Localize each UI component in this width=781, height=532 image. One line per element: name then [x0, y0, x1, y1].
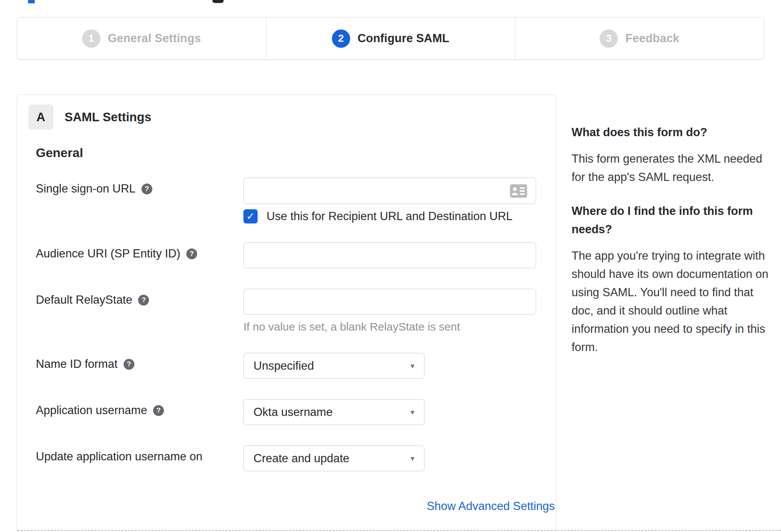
recipient-url-checkbox[interactable]: ✓	[243, 209, 258, 223]
audience-uri-label-text: Audience URI (SP Entity ID)	[36, 247, 180, 260]
saml-settings-panel: A SAML Settings General Single sign-on U…	[17, 94, 556, 532]
help-sidebar: What does this form do? This form genera…	[572, 123, 781, 372]
help-question-2: Where do I find the info this form needs…	[572, 202, 781, 238]
relay-state-row: Default RelayState ? If no value is set,…	[36, 289, 555, 333]
application-username-control: Okta username ▾	[243, 399, 555, 425]
relay-state-control: If no value is set, a blank RelayState i…	[243, 289, 555, 333]
recipient-url-checkbox-label: Use this for Recipient URL and Destinati…	[267, 210, 513, 223]
application-username-label-text: Application username	[36, 404, 147, 417]
advanced-settings-row: Show Advanced Settings	[36, 500, 555, 513]
chevron-down-icon: ▾	[410, 454, 414, 463]
wizard-stepper: 1 General Settings 2 Configure SAML 3 Fe…	[17, 17, 764, 60]
step-configure-saml[interactable]: 2 Configure SAML	[266, 18, 515, 59]
name-id-format-selected-value: Unspecified	[253, 359, 314, 373]
name-id-format-select[interactable]: Unspecified ▾	[243, 353, 424, 379]
panel-title: SAML Settings	[65, 110, 151, 124]
name-id-format-label-text: Name ID format	[36, 357, 118, 371]
step-3-label: Feedback	[625, 32, 679, 45]
update-username-selected-value: Create and update	[253, 452, 349, 465]
sso-url-row: Single sign-on URL ? ✓	[36, 178, 555, 223]
audience-uri-label: Audience URI (SP Entity ID) ?	[36, 242, 243, 260]
application-username-select[interactable]: Okta username ▾	[243, 399, 424, 425]
update-username-select[interactable]: Create and update ▾	[243, 445, 424, 471]
help-icon[interactable]: ?	[138, 295, 149, 306]
contact-card-icon[interactable]	[510, 184, 527, 198]
step-1-label: General Settings	[108, 32, 201, 45]
relay-state-label: Default RelayState ?	[36, 289, 243, 307]
section-a-badge: A	[28, 104, 53, 130]
update-username-row: Update application username on Create an…	[36, 445, 555, 471]
step-2-number-badge: 2	[332, 29, 350, 48]
chevron-down-icon: ▾	[410, 362, 414, 370]
chevron-down-icon: ▾	[410, 408, 414, 417]
cutoff-blue-fragment	[28, 0, 35, 3]
sso-url-control: ✓ Use this for Recipient URL and Destina…	[243, 178, 555, 223]
help-icon[interactable]: ?	[186, 248, 197, 259]
section-dashed-divider	[17, 530, 781, 531]
update-username-control: Create and update ▾	[243, 445, 555, 471]
relay-state-helper-text: If no value is set, a blank RelayState i…	[243, 320, 555, 333]
step-feedback[interactable]: 3 Feedback	[515, 18, 764, 59]
name-id-format-label: Name ID format ?	[36, 353, 243, 371]
sso-url-label-text: Single sign-on URL	[36, 182, 136, 195]
step-2-label: Configure SAML	[358, 32, 449, 45]
cutoff-dark-fragment	[212, 0, 224, 3]
application-username-row: Application username ? Okta username ▾	[36, 399, 555, 425]
audience-uri-row: Audience URI (SP Entity ID) ?	[36, 242, 555, 268]
update-username-label: Update application username on	[36, 445, 243, 463]
sso-url-input[interactable]	[243, 178, 536, 204]
audience-uri-input[interactable]	[243, 242, 536, 268]
help-icon[interactable]: ?	[141, 184, 152, 194]
sso-url-label: Single sign-on URL ?	[36, 178, 243, 195]
recipient-url-checkbox-row: ✓ Use this for Recipient URL and Destina…	[243, 209, 555, 223]
help-question-1: What does this form do?	[572, 123, 781, 141]
name-id-format-row: Name ID format ? Unspecified ▾	[36, 353, 555, 379]
show-advanced-settings-link[interactable]: Show Advanced Settings	[427, 500, 555, 513]
application-username-selected-value: Okta username	[253, 406, 333, 419]
relay-state-input[interactable]	[243, 289, 536, 314]
general-section-heading: General	[36, 145, 83, 160]
panel-header: A SAML Settings	[28, 104, 151, 130]
update-username-label-text: Update application username on	[36, 450, 202, 463]
audience-uri-control	[243, 242, 555, 268]
relay-state-label-text: Default RelayState	[36, 293, 132, 307]
help-answer-2: The app you're trying to integrate with …	[572, 247, 781, 356]
help-icon[interactable]: ?	[153, 405, 164, 416]
name-id-format-control: Unspecified ▾	[243, 353, 555, 379]
step-general-settings[interactable]: 1 General Settings	[17, 18, 266, 59]
step-1-number-badge: 1	[82, 29, 100, 48]
help-answer-1: This form generates the XML needed for t…	[572, 150, 781, 186]
step-3-number-badge: 3	[600, 29, 618, 48]
help-icon[interactable]: ?	[124, 359, 134, 370]
application-username-label: Application username ?	[36, 399, 243, 417]
